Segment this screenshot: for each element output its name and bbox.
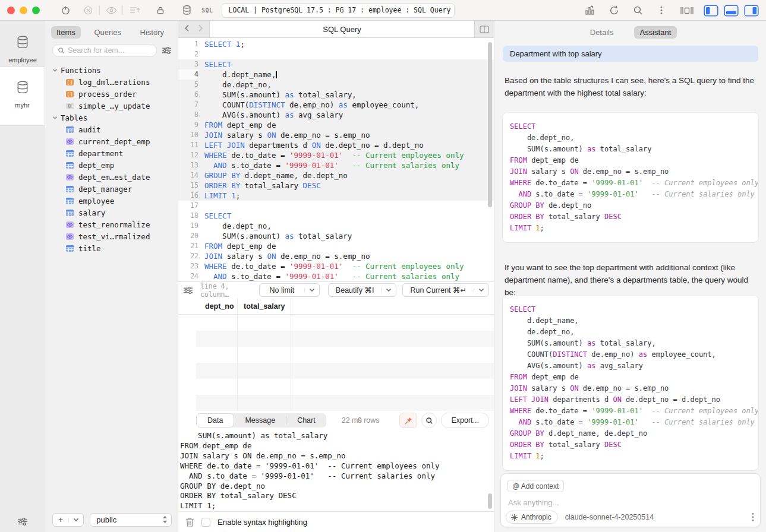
chart-icon[interactable] xyxy=(578,5,602,15)
export-button[interactable]: Export... xyxy=(441,413,489,428)
sidebar-item-dept_emest_date[interactable]: dept_em…est_date xyxy=(45,171,178,183)
close-window-button[interactable] xyxy=(7,7,15,14)
table-row[interactable] xyxy=(196,379,494,395)
tree-section-functions[interactable]: Functions xyxy=(45,64,178,76)
editor-line[interactable]: 15ORDER BY total_salary DESC xyxy=(178,180,494,191)
table-row[interactable] xyxy=(196,363,494,379)
results-grid[interactable]: dept_no total_salary xyxy=(178,298,494,411)
more-icon[interactable] xyxy=(752,512,754,522)
back-button[interactable] xyxy=(184,24,190,34)
editor-line[interactable]: 13 AND s.to_date = '9999-01-01' -- Curre… xyxy=(178,160,494,170)
limit-dropdown[interactable]: No limit xyxy=(259,283,320,297)
table-row[interactable] xyxy=(196,331,494,347)
tree-section-tables[interactable]: Tables xyxy=(45,112,178,124)
sql-editor[interactable]: 1SELECT 1;23SELECT4 d.dept_name,5 de.dep… xyxy=(178,38,494,281)
layout-right-icon[interactable] xyxy=(741,3,761,18)
trash-icon[interactable] xyxy=(185,517,194,527)
editor-line[interactable]: 3SELECT xyxy=(178,59,494,69)
search-icon[interactable] xyxy=(626,5,650,15)
layout-left-icon[interactable] xyxy=(701,3,721,18)
window-center-icon[interactable] xyxy=(673,6,701,15)
sidebar-item-audit[interactable]: audit xyxy=(45,124,178,135)
enable-syntax-checkbox[interactable] xyxy=(201,518,210,527)
editor-line[interactable]: 22JOIN salary s ON de.emp_no = s.emp_no xyxy=(178,251,494,261)
editor-settings-icon[interactable] xyxy=(183,286,193,294)
tab-sql-query[interactable]: SQL Query xyxy=(209,21,475,37)
editor-line[interactable]: 4 d.dept_name, xyxy=(178,69,494,80)
editor-line[interactable]: 9FROM dept_emp de xyxy=(178,120,494,130)
conversation-title[interactable]: Department with top salary xyxy=(503,46,758,62)
editor-line[interactable]: 16LIMIT 1; xyxy=(178,191,494,201)
code-block[interactable]: SELECT d.dept_name, de.dept_no, SUM(s.am… xyxy=(503,296,758,470)
table-row[interactable] xyxy=(196,347,494,363)
sidebar-item-log_dmlerations[interactable]: ()log_dml…erations xyxy=(45,76,178,88)
sidebar-item-test_renormalize[interactable]: test_renormalize xyxy=(45,218,178,230)
tab-items[interactable]: Items xyxy=(51,26,81,39)
tab-queries[interactable]: Queries xyxy=(89,26,127,39)
layout-bottom-icon[interactable] xyxy=(721,3,741,18)
add-context-button[interactable]: @ Add context xyxy=(507,480,564,492)
editor-line[interactable]: 6 SUM(s.amount) as total_salary, xyxy=(178,90,494,100)
editor-line[interactable]: 1SELECT 1; xyxy=(178,39,494,49)
query-text-panel[interactable]: SUM(s.amount) as total_salary FROM dept_… xyxy=(178,430,494,511)
split-columns-icon[interactable] xyxy=(475,21,494,37)
connection-myhr[interactable]: myhr xyxy=(0,66,45,126)
editor-line[interactable]: 23WHERE de.to_date = '9999-01-01' -- Cur… xyxy=(178,261,494,271)
sidebar-item-employee[interactable]: employee xyxy=(45,195,178,207)
editor-line[interactable]: 12WHERE de.to_date = '9999-01-01' -- Cur… xyxy=(178,150,494,160)
search-results-button[interactable] xyxy=(421,413,437,428)
add-item-button[interactable]: + xyxy=(52,513,84,527)
more-icon[interactable] xyxy=(650,5,673,15)
disconnect-icon[interactable] xyxy=(77,5,99,15)
editor-line[interactable]: 2 xyxy=(178,49,494,59)
editor-scrollbar[interactable] xyxy=(488,42,492,207)
table-row[interactable] xyxy=(196,395,494,411)
editor-line[interactable]: 24 AND s.to_date = '9999-01-01' -- Curre… xyxy=(178,271,494,281)
editor-line[interactable]: 20 SUM(s.amount) as total_salary xyxy=(178,231,494,241)
assistant-input-placeholder[interactable]: Ask anything... xyxy=(508,498,559,507)
editor-line[interactable]: 21FROM dept_emp de xyxy=(178,241,494,251)
refresh-icon[interactable] xyxy=(602,5,626,15)
zoom-window-button[interactable] xyxy=(32,7,40,14)
tab-details[interactable]: Details xyxy=(584,26,620,39)
sidebar-item-title[interactable]: title xyxy=(45,242,178,254)
database-icon[interactable] xyxy=(175,5,198,15)
schema-select[interactable]: public xyxy=(90,513,172,527)
code-block[interactable]: SELECT de.dept_no, SUM(s.amount) as tota… xyxy=(503,113,758,242)
rail-settings-button[interactable] xyxy=(0,511,45,532)
list-export-icon[interactable] xyxy=(123,5,146,15)
tab-assistant[interactable]: Assistant xyxy=(634,26,677,39)
column-header[interactable]: total_salary xyxy=(238,302,285,311)
tab-message[interactable]: Message xyxy=(234,413,286,428)
editor-line[interactable]: 5 de.dept_no, xyxy=(178,80,494,90)
editor-line[interactable]: 18SELECT xyxy=(178,211,494,221)
table-row[interactable] xyxy=(196,315,494,331)
editor-line[interactable]: 10JOIN salary s ON de.emp_no = s.emp_no xyxy=(178,130,494,140)
chevron-down-icon[interactable] xyxy=(68,518,83,522)
filter-icon[interactable] xyxy=(162,46,172,55)
editor-line[interactable]: 19 de.dept_no, xyxy=(178,221,494,231)
tab-chart[interactable]: Chart xyxy=(286,413,326,428)
sidebar-item-dept_manager[interactable]: dept_manager xyxy=(45,183,178,195)
lock-icon[interactable] xyxy=(149,5,172,15)
sidebar-item-department[interactable]: department xyxy=(45,147,178,159)
connection-icon[interactable] xyxy=(54,5,77,15)
sidebar-item-test_virmalized[interactable]: test_vi…rmalized xyxy=(45,230,178,242)
sidebar-item-dept_emp[interactable]: dept_emp xyxy=(45,159,178,171)
editor-line[interactable]: 7 COUNT(DISTINCT de.emp_no) as employee_… xyxy=(178,100,494,110)
minimize-window-button[interactable] xyxy=(20,7,27,14)
tab-data[interactable]: Data xyxy=(196,413,234,428)
connection-employee[interactable]: employee xyxy=(0,21,45,64)
tab-history[interactable]: History xyxy=(135,26,169,39)
editor-line[interactable]: 17 xyxy=(178,201,494,211)
beautify-dropdown[interactable]: Beautify ⌘I xyxy=(328,283,397,297)
forward-button[interactable] xyxy=(198,24,203,34)
column-header[interactable]: dept_no xyxy=(178,302,238,311)
run-current-dropdown[interactable]: Run Current ⌘↵ xyxy=(402,283,489,297)
sidebar-item-current_dept_emp[interactable]: current_dept_emp xyxy=(45,135,178,147)
sidebar-item-simple_y_update[interactable]: simple_…y_update xyxy=(45,100,178,112)
sidebar-item-salary[interactable]: salary xyxy=(45,207,178,218)
pin-button[interactable] xyxy=(399,413,417,428)
editor-line[interactable]: 8 AVG(s.amount) as avg_salary xyxy=(178,110,494,120)
provider-selector[interactable]: Anthropic xyxy=(506,511,558,524)
